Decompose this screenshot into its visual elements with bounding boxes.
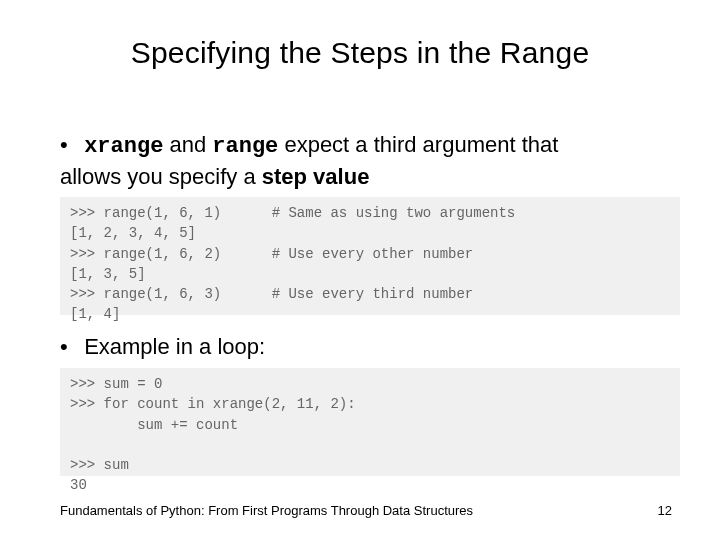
text-rest1: expect a third argument that bbox=[278, 132, 558, 157]
bullet-example-loop: • Example in a loop: bbox=[60, 334, 670, 360]
slide-title: Specifying the Steps in the Range bbox=[0, 36, 720, 70]
footer-text: Fundamentals of Python: From First Progr… bbox=[60, 503, 473, 518]
code-range: range bbox=[212, 134, 278, 159]
text-step-value: step value bbox=[262, 164, 370, 189]
bullet-dot-icon: • bbox=[60, 130, 78, 160]
text-example-loop: Example in a loop: bbox=[84, 334, 265, 359]
text-and: and bbox=[163, 132, 212, 157]
bullet-dot-icon: • bbox=[60, 334, 78, 360]
slide: Specifying the Steps in the Range • xran… bbox=[0, 0, 720, 540]
code-block-loop-example: >>> sum = 0 >>> for count in xrange(2, 1… bbox=[60, 368, 680, 476]
text-line2a: allows you specify a bbox=[60, 164, 262, 189]
code-xrange: xrange bbox=[84, 134, 163, 159]
page-number: 12 bbox=[658, 503, 672, 518]
code-block-range-examples: >>> range(1, 6, 1) # Same as using two a… bbox=[60, 197, 680, 315]
bullet-step-value: • xrange and range expect a third argume… bbox=[60, 130, 670, 191]
